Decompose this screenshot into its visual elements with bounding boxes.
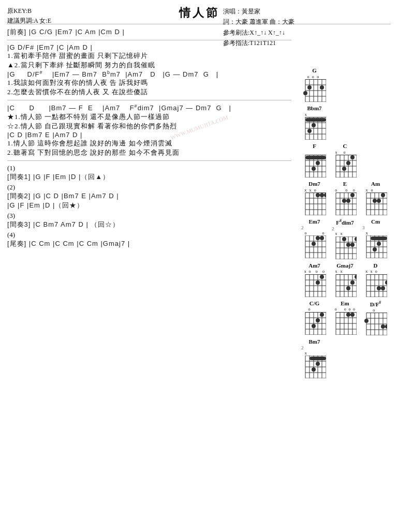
svg-point-222 bbox=[381, 324, 385, 329]
svg-point-179 bbox=[385, 280, 387, 285]
chord-diagram-Gmaj7: Gmaj7 xx bbox=[331, 262, 359, 297]
page: 情人節 原KEY:B 建議男調:A 女:E 演唱：黃昱家 詞：大豪 蕭進軍 曲：… bbox=[0, 0, 398, 255]
chord-diagram-CG: C/G o bbox=[300, 300, 329, 336]
verse1-lyric2a: 1.我該如何面對沒有你的情人夜 告 訴我好嗎 bbox=[7, 78, 291, 87]
chord-diagram-D: D xxo bbox=[361, 262, 390, 297]
svg-point-41 bbox=[312, 167, 316, 171]
interlude2-label: [間奏2] bbox=[7, 192, 31, 200]
interlude1-num: (1) bbox=[7, 164, 291, 172]
svg-point-69 bbox=[316, 193, 320, 197]
svg-point-153 bbox=[316, 280, 320, 285]
svg-point-181 bbox=[377, 286, 381, 290]
svg-point-111 bbox=[312, 242, 316, 246]
interlude2-chords2: |G |F |Em |D |（回★） bbox=[7, 201, 291, 210]
svg-point-83 bbox=[342, 199, 346, 203]
prelude-label: [前奏] bbox=[7, 28, 26, 36]
svg-point-53 bbox=[350, 155, 355, 159]
chord-row-bbm7: Bbm7 x bbox=[300, 105, 396, 140]
interlude4-chords: [尾奏] |C Cm |C Cm |C Cm |Gmaj7 | bbox=[7, 239, 291, 248]
divider-2 bbox=[7, 100, 291, 100]
chord-row-dm7-e-am: Dm7 xxo bbox=[300, 181, 396, 215]
verse1-block: |G D/F# |Em7 |C |Am D | 1.當初牽手陪伴 甜蜜的畫面 只… bbox=[7, 43, 291, 97]
chord-row-cg-em-df: C/G o bbox=[300, 300, 396, 336]
svg-point-152 bbox=[320, 275, 324, 279]
chorus-lyric1b: ☆2.情人節 自己跟現實和解 看著你和他的你們多熱烈 bbox=[7, 122, 291, 131]
singer-label: 演唱：黃昱家 bbox=[223, 6, 294, 17]
svg-point-221 bbox=[385, 324, 387, 329]
svg-point-180 bbox=[381, 286, 385, 290]
chord-diagram-F: F bbox=[300, 143, 329, 178]
chord-row-g: G ooo bbox=[300, 67, 396, 102]
main-content: [前奏] |G C/G |Em7 |C Am |Cm D | |G D/F# |… bbox=[7, 27, 291, 248]
svg-point-13 bbox=[303, 91, 307, 95]
interlude1-label: [間奏1] bbox=[7, 173, 31, 181]
chorus-chords1: |C D |Bm7 — F E |Am7 F#dim7 |Gmaj7 — Dm7… bbox=[7, 104, 291, 112]
svg-point-167 bbox=[346, 286, 350, 290]
svg-point-55 bbox=[342, 167, 346, 171]
chord-row-bm7: Bm7 2 x bbox=[300, 338, 396, 378]
svg-rect-234 bbox=[309, 357, 326, 360]
svg-point-236 bbox=[312, 367, 316, 372]
chord-diagram-DFsharp: D/F# o bbox=[361, 300, 390, 336]
svg-point-67 bbox=[324, 193, 326, 197]
svg-point-139 bbox=[377, 242, 381, 246]
svg-point-235 bbox=[316, 362, 320, 366]
svg-point-68 bbox=[320, 193, 324, 197]
suggestion-label: 建議男調:A 女:E bbox=[7, 16, 51, 26]
verse1-chords2: |G D/F# |Em7 — Bm7 Bbm7 |Am7 D |G — Dm7 … bbox=[7, 70, 291, 78]
svg-point-109 bbox=[320, 236, 324, 240]
interlude3-num: (3) bbox=[7, 212, 291, 220]
chord-row-fc: F bbox=[300, 143, 396, 178]
chord-diagram-Am7: Am7 xooo bbox=[300, 262, 329, 297]
chord-row-am7-gmaj7-d: Am7 xooo bbox=[300, 262, 396, 297]
divider-top bbox=[7, 24, 391, 24]
interlude3-block: (3) [間奏3] |C Bm7 Am7 D | （回☆） bbox=[7, 212, 291, 229]
svg-point-82 bbox=[346, 199, 350, 203]
svg-point-123 bbox=[355, 237, 357, 241]
svg-point-195 bbox=[312, 324, 316, 328]
divider-3 bbox=[7, 160, 291, 161]
chord-diagram-F#dim7: F#dim7 2 xx bbox=[331, 218, 359, 259]
svg-rect-138 bbox=[371, 237, 387, 240]
interlude1-block: (1) [間奏1] |G |F |Em |D |（回▲） bbox=[7, 164, 291, 182]
svg-point-110 bbox=[316, 236, 320, 240]
svg-point-40 bbox=[316, 161, 320, 165]
svg-point-125 bbox=[346, 243, 350, 247]
interlude3-chords: [間奏3] |C Bm7 Am7 D | （回☆） bbox=[7, 220, 291, 229]
svg-point-220 bbox=[364, 319, 368, 323]
svg-point-208 bbox=[346, 313, 350, 317]
chorus-chords2: |C D |Bm7 E |Am7 D | bbox=[7, 131, 291, 139]
svg-point-27 bbox=[307, 129, 312, 133]
lyricist-label: 詞：大豪 蕭進軍 曲：大豪 bbox=[223, 17, 294, 27]
interlude2-num: (2) bbox=[7, 183, 291, 191]
chord-diagram-E: E ooo bbox=[331, 181, 359, 215]
svg-point-95 bbox=[381, 193, 385, 197]
key-label: 原KEY:B bbox=[7, 6, 51, 16]
chorus-lyric2a: 1.情人節 這時你會想起誰 說好的海邊 如今煙消雲滅 bbox=[7, 139, 291, 148]
interlude3-label: [間奏3] bbox=[7, 220, 31, 228]
prelude-chords: |G C/G |Em7 |C Am |Cm D | bbox=[29, 28, 125, 36]
interlude4-num: (4) bbox=[7, 231, 291, 239]
chords-panel: G ooo bbox=[300, 67, 396, 378]
chorus-lyric2b: 2.聽著寫 下對回憶的思念 說好的那些 如今不會再見面 bbox=[7, 148, 291, 157]
svg-point-12 bbox=[307, 85, 312, 90]
interlude2-chords1: [間奏2] |G |C D |Bm7 E |Am7 D | bbox=[7, 191, 291, 201]
svg-point-165 bbox=[355, 275, 357, 279]
chord-diagram-Bbm7: Bbm7 x bbox=[300, 105, 329, 140]
chord-diagram-Em: Em oooo bbox=[331, 300, 359, 336]
chord-diagram-Bm7: Bm7 2 x bbox=[300, 338, 329, 378]
interlude1-chords: [間奏1] |G |F |Em |D |（回▲） bbox=[7, 172, 291, 182]
interlude2-block: (2) [間奏2] |G |C D |Bm7 E |Am7 D | |G |F … bbox=[7, 183, 291, 210]
svg-point-207 bbox=[350, 313, 355, 317]
chord-diagram-Em7: Em7 2 oo bbox=[300, 218, 329, 259]
svg-point-81 bbox=[350, 193, 355, 197]
svg-point-193 bbox=[320, 313, 324, 317]
svg-rect-25 bbox=[305, 118, 326, 122]
chord-diagram-G: G ooo bbox=[300, 67, 329, 102]
svg-point-126 bbox=[342, 237, 346, 241]
interlude4-label: [尾奏] bbox=[7, 240, 26, 247]
svg-point-97 bbox=[373, 199, 377, 203]
svg-point-54 bbox=[346, 161, 350, 165]
chorus-block: |C D |Bm7 — F E |Am7 F#dim7 |Gmaj7 — Dm7… bbox=[7, 104, 291, 157]
svg-point-11 bbox=[320, 85, 324, 90]
